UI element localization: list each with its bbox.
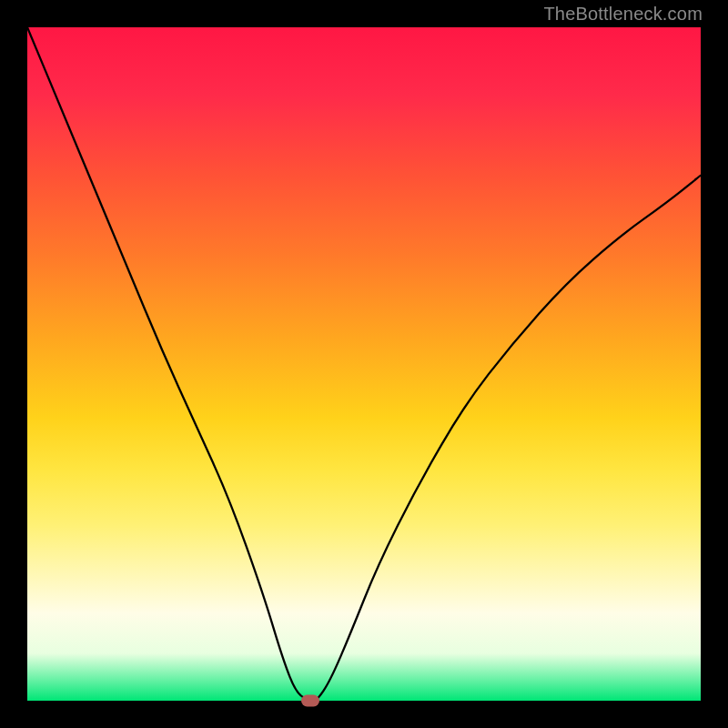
- optimal-marker: [301, 695, 319, 707]
- bottleneck-curve: [27, 27, 701, 701]
- chart-frame: TheBottleneck.com: [0, 0, 728, 728]
- plot-area: [27, 27, 701, 701]
- watermark-text: TheBottleneck.com: [543, 4, 703, 25]
